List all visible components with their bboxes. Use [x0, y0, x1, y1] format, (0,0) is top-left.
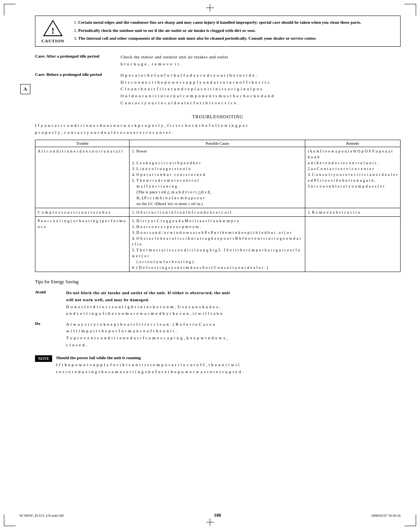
troubleshooting-intro: I f y o u r a i r c o n d i t i o n e r …: [35, 122, 401, 136]
caution-item-1-text: Certain metal edges and the condenser fi…: [78, 20, 361, 25]
table-cell-remedy-1: t h e A f r e e w a p o u t e N O p O F …: [305, 147, 401, 208]
care-before-text: O p e r a t e t h e f a n f o r h a l f …: [121, 72, 401, 106]
table-header-trouble: Trouble: [35, 140, 130, 147]
table-cell-remedy-3: [305, 217, 401, 272]
center-mark-bottom: [206, 518, 214, 526]
tips-do-label: Do: [35, 321, 66, 348]
center-mark-top: [206, 4, 214, 12]
caution-item-2-text: Periodically check the outdoor unit to s…: [78, 28, 256, 33]
tips-do-content: A l w a y s t r y t o k e e p t h e a i …: [66, 321, 401, 348]
caution-content: Certain metal edges and the condenser fi…: [71, 19, 396, 43]
table-cell-remedy-2: 1. R e m o v e o b s t r u c t i o: [305, 208, 401, 217]
table-header-remedy: Remedy: [305, 140, 401, 147]
tips-title: Tips for Energy Saving: [35, 279, 401, 285]
table-cell-cause-3: 1. D i r t y o r C l e g g e a d a M e i…: [130, 217, 305, 272]
caution-item-1: Certain metal edges and the condenser fi…: [78, 19, 396, 26]
footer-right: 2008/02/07 10:56:16: [371, 514, 401, 518]
trouble-table: Trouble Possible Cause Remedy A i r c o …: [35, 140, 401, 272]
table-row-3: P o o r c o o l i n g ( o r h e a t i n …: [35, 217, 401, 272]
table-row-2: C o m p r e s s o u r t r s u o r t o s …: [35, 208, 401, 217]
section-a-marker: A: [20, 84, 30, 94]
table-cell-trouble-2: C o m p r e s s o u r t r s u o r t o s …: [35, 208, 130, 217]
note-text: I f t h e p o w e r s u p p l y f o r t …: [56, 362, 401, 375]
note-title: Should the power fail while the unit is …: [56, 355, 401, 360]
table-row-1: A i r c o n d i t i o n e r d o e s n o …: [35, 147, 401, 208]
tips-avoid-row: Avoid Do not block the air intake and ou…: [35, 290, 401, 317]
tips-do-row: Do A l w a y s t r y t o k e e p t h e a…: [35, 321, 401, 348]
page: ! CAUTION Certain metal edges and the co…: [0, 0, 420, 530]
caution-icon-wrap: ! CAUTION: [39, 19, 66, 43]
caution-item-2: Periodically check the outdoor unit to s…: [78, 27, 396, 34]
note-content: Should the power fail while the unit is …: [56, 355, 401, 375]
note-box: NOTE Should the power fail while the uni…: [35, 355, 401, 375]
caution-item-3: The internal coil and other components o…: [78, 35, 396, 42]
note-badge: NOTE: [35, 355, 52, 362]
care-after-section: Care: After a prolonged idle period Chec…: [35, 54, 401, 67]
care-before-section: A Care: Before a prolonged idle period O…: [35, 72, 401, 106]
table-cell-cause-1: 1. Power 2. L e a k a g e c i r c u i t …: [130, 147, 305, 208]
troubleshooting-title: TROUBLESHOOTING: [35, 114, 401, 120]
footer: W-3WAY_ECO-I_US.indd 100 100 2008/02/07 …: [0, 512, 420, 518]
caution-triangle-icon: !: [43, 19, 63, 37]
table-cell-trouble-1: A i r c o n d i t i o n e r d o e s n o …: [35, 147, 130, 208]
caution-box: ! CAUTION Certain metal edges and the co…: [35, 16, 401, 47]
care-after-text: Check the indoor and outdoor unit air in…: [121, 54, 401, 67]
care-before-label: Care: Before a prolonged idle period: [35, 72, 121, 106]
corner-mark-tr: [404, 4, 416, 16]
tips-avoid-content: Do not block the air intake and outlet o…: [66, 290, 401, 317]
tips-avoid-bold: Do not block the air intake and outlet o…: [66, 290, 230, 302]
corner-mark-tl: [4, 4, 16, 16]
caution-list: Certain metal edges and the condenser fi…: [71, 19, 396, 42]
table-cell-cause-2: 1. O b s t r u c t i o n i n f r o n t b…: [130, 208, 305, 217]
care-after-label: Care: After a prolonged idle period: [35, 54, 121, 67]
caution-item-3-text: The internal coil and other components o…: [78, 36, 317, 40]
footer-left: W-3WAY_ECO-I_US.indd 100: [19, 514, 64, 518]
svg-text:!: !: [51, 26, 54, 36]
table-cell-trouble-3: P o o r c o o l i n g ( o r h e a t i n …: [35, 217, 130, 272]
tips-avoid-label: Avoid: [35, 290, 66, 317]
caution-label: CAUTION: [42, 39, 65, 43]
page-number: 100: [214, 512, 221, 518]
table-header-cause: Possible Cause: [130, 140, 305, 147]
